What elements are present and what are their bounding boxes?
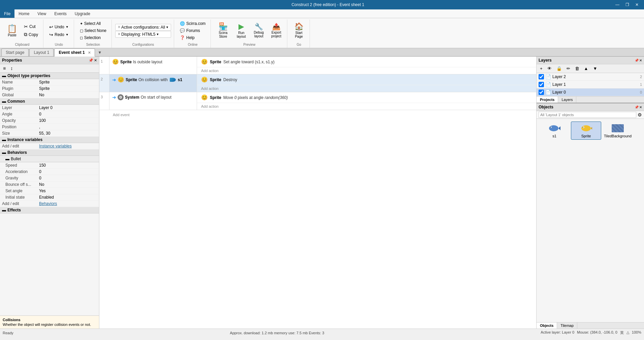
menu-events[interactable]: Events: [50, 9, 71, 18]
layer-row-2[interactable]: 📄 Layer 2 2: [537, 73, 644, 81]
props-close-button[interactable]: ✕: [94, 58, 97, 63]
tab-event-sheet-1-label: Event sheet 1: [59, 50, 85, 55]
forums-button[interactable]: 💬 Forums: [178, 27, 208, 34]
properties-panel: Properties 📌 ✕ ≡ ↕ ▬ Object type propert…: [0, 57, 99, 329]
tab-start-page[interactable]: Start page: [1, 48, 29, 56]
scirra-button[interactable]: 🌐 Scirra.com: [178, 20, 208, 27]
close-button[interactable]: ✕: [633, 2, 641, 8]
event-num-2: 2: [99, 74, 109, 92]
event-condition-1-1: 😊 Sprite Is outside layout: [109, 57, 197, 67]
layer-0-checkbox[interactable]: [539, 90, 544, 95]
menu-upgrade[interactable]: Upgrade: [71, 9, 94, 18]
debug-layout-button[interactable]: 🔧 Debuglayout: [251, 22, 267, 40]
action-obj-3: Sprite: [210, 95, 221, 100]
menu-home[interactable]: Home: [14, 9, 33, 18]
start-page-button[interactable]: 🏠 StartPage: [291, 21, 307, 40]
layers-close-button[interactable]: ✕: [639, 59, 642, 62]
active-config-dropdown[interactable]: ✕ Active configurations: All ▼: [115, 24, 171, 31]
copy-button[interactable]: ⧉ Copy: [22, 31, 40, 38]
cut-button[interactable]: ✂ Cut: [22, 23, 40, 30]
object-sprite[interactable]: Sprite: [571, 122, 601, 140]
pencil-button[interactable]: ✏: [565, 65, 572, 72]
prop-add-behaviors-value[interactable]: Behaviors: [37, 201, 99, 207]
select-all-label: Select All: [84, 21, 101, 26]
paste-icon: 📋: [7, 25, 17, 33]
tab-layout-1[interactable]: Layout 1: [29, 48, 54, 56]
object-tiledbg[interactable]: TiledBackground: [603, 122, 633, 140]
layer-2-checkbox[interactable]: [539, 74, 544, 79]
layer-row-1[interactable]: 📄 Layer 1 1: [537, 81, 644, 89]
select-all-button[interactable]: ✦ Select All: [77, 20, 109, 27]
run-layout-icon: ▶: [238, 23, 244, 30]
objects-pin-button[interactable]: 📌: [635, 105, 639, 109]
section-object-type[interactable]: ▬ Object type properties: [0, 73, 99, 79]
undo-button[interactable]: ↩ Undo ▼: [47, 23, 71, 31]
ribbon-group-clipboard: 📋 Paste ✂ Cut ⧉ Copy Clipboard: [1, 20, 43, 48]
section-instance-vars[interactable]: ▬ Instance variables: [0, 137, 99, 143]
displaying-dropdown[interactable]: ✕ Displaying: HTML5 ▼: [115, 31, 171, 38]
s1-object-name: s1: [552, 134, 556, 138]
props-az-button[interactable]: ↕: [9, 65, 14, 72]
objects-search-input[interactable]: [539, 112, 636, 118]
window-controls: — ❐ ✕: [613, 2, 641, 8]
prop-add-instance-value[interactable]: Instance variables: [37, 143, 99, 149]
layer-1-checkbox[interactable]: [539, 82, 544, 87]
prop-size-label: Size: [0, 130, 37, 136]
minimize-button[interactable]: —: [613, 2, 622, 8]
delete-layer-button[interactable]: 🗑: [573, 65, 581, 72]
event-obj-name-1: Sprite: [120, 60, 132, 64]
properties-footer: Collisions Whether the object will regis…: [0, 315, 99, 329]
event-obj-name-2: Sprite: [126, 77, 137, 82]
scirra-store-button[interactable]: 🏪 ScirraStore: [214, 21, 232, 40]
objects-settings-icon[interactable]: ⚙: [638, 112, 642, 117]
maximize-button[interactable]: ❐: [623, 2, 632, 8]
prop-bounce-value: No: [37, 181, 99, 188]
select-none-button[interactable]: ▢ Select None: [77, 27, 109, 34]
lock-button[interactable]: 🔒: [554, 65, 564, 72]
layers-pin-button[interactable]: 📌: [635, 59, 639, 62]
section-bullet-collapse: ▬: [5, 157, 9, 161]
tab-objects[interactable]: Objects: [537, 322, 557, 329]
ribbon-group-configurations: ✕ Active configurations: All ▼ ✕ Display…: [112, 20, 174, 48]
section-effects[interactable]: ▬ Effects: [0, 207, 99, 213]
move-down-button[interactable]: ▼: [591, 65, 599, 72]
selection-button[interactable]: ◻ Selection: [77, 34, 109, 41]
add-event-button[interactable]: Add event: [99, 110, 536, 120]
config-dropdowns: ✕ Active configurations: All ▼ ✕ Display…: [115, 24, 171, 38]
add-action-2[interactable]: Add action: [197, 85, 536, 92]
export-project-button[interactable]: 📤 Exportproject: [268, 22, 284, 40]
section-behaviors[interactable]: ▬ Behaviors: [0, 149, 99, 156]
eye-button[interactable]: 👁: [545, 65, 554, 72]
object-s1[interactable]: s1: [539, 122, 570, 140]
tab-arrow-button[interactable]: ▼: [96, 49, 104, 56]
sprite-object-name: Sprite: [581, 134, 591, 138]
tab-close-button[interactable]: ✕: [88, 51, 91, 55]
sprite-icon-action-1: 😊: [201, 59, 208, 65]
layer-row-0[interactable]: 📄 Layer 0 0: [537, 89, 644, 96]
prop-name-value: Sprite: [37, 79, 99, 85]
prop-acceleration-value: 0: [37, 169, 99, 175]
prop-initial-state-label: Initial state: [0, 194, 37, 200]
redo-button[interactable]: ↪ Redo ▼: [47, 31, 71, 38]
help-button[interactable]: ❓ Help: [178, 34, 208, 41]
tab-layers[interactable]: Layers: [558, 97, 576, 103]
section-bullet[interactable]: ▬ Bullet: [0, 156, 99, 162]
preview-group-label: Preview: [212, 43, 287, 46]
menu-file[interactable]: File: [0, 9, 14, 18]
copy-label: Copy: [29, 32, 38, 37]
props-sort-button[interactable]: ≡: [1, 65, 7, 72]
move-up-button[interactable]: ▲: [582, 65, 590, 72]
objects-close-button[interactable]: ✕: [639, 105, 642, 109]
tab-tilemap[interactable]: Tilemap: [557, 322, 577, 329]
tab-event-sheet-1[interactable]: Event sheet 1 ✕: [54, 48, 95, 57]
add-action-1[interactable]: Add action: [197, 67, 536, 74]
prop-add-behaviors: Add / edit Behaviors: [0, 201, 99, 207]
paste-button[interactable]: 📋 Paste: [4, 23, 20, 39]
add-action-3[interactable]: Add action: [197, 103, 536, 110]
section-common[interactable]: ▬ Common: [0, 98, 99, 105]
run-layout-button[interactable]: ▶ Runlayout: [233, 21, 249, 40]
menu-view[interactable]: View: [33, 9, 50, 18]
add-layer-button[interactable]: +: [538, 65, 545, 72]
props-pin-button[interactable]: 📌: [89, 58, 93, 63]
tab-projects[interactable]: Projects: [537, 97, 558, 103]
